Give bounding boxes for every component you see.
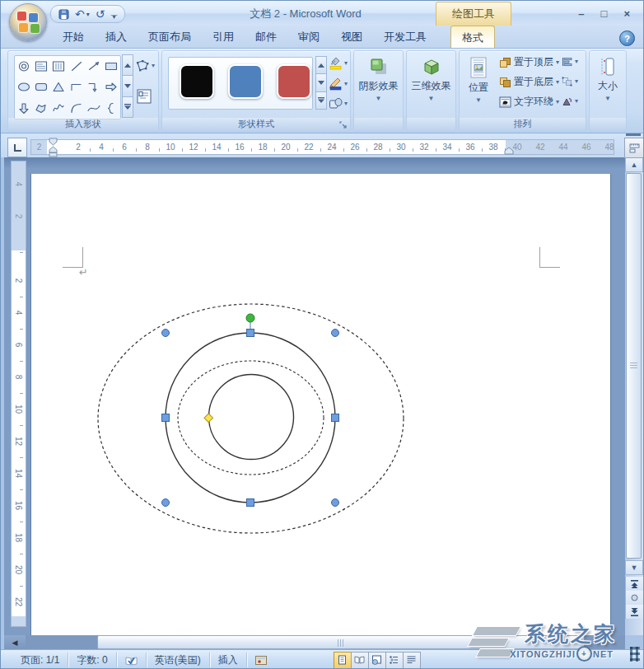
align-button[interactable]: ▾	[562, 57, 578, 67]
bring-to-front-button[interactable]: 置于顶层▾	[499, 55, 559, 69]
elbow-connector-icon[interactable]	[70, 81, 83, 93]
edit-shape-button[interactable]: ▾	[135, 59, 155, 73]
style-scroll-down-button[interactable]	[315, 73, 327, 91]
word-count[interactable]: 字数: 0	[68, 653, 116, 667]
help-button[interactable]: ?	[619, 30, 635, 46]
style-scroll-up-button[interactable]	[315, 56, 327, 74]
customize-qat-button[interactable]: —▾	[110, 11, 117, 18]
line-icon[interactable]	[70, 60, 83, 73]
oval-icon[interactable]	[17, 81, 30, 93]
right-indent-marker[interactable]	[504, 147, 514, 155]
rotate-button[interactable]: ▾	[562, 96, 578, 106]
scroll-down-button[interactable]: ▼	[625, 560, 643, 575]
scroll-left-button[interactable]: ◀	[4, 635, 26, 649]
shape-style-swatch[interactable]	[277, 64, 311, 99]
gallery-scroll-down-button[interactable]	[122, 75, 133, 96]
donut-outer-circle[interactable]	[166, 333, 335, 503]
web-layout-view-button[interactable]	[368, 652, 386, 669]
save-icon[interactable]	[58, 9, 69, 20]
resize-handle-nw[interactable]	[162, 330, 170, 337]
ribbon-tab[interactable]: 引用	[202, 26, 245, 48]
undo-dropdown-icon[interactable]: ▾	[86, 11, 90, 18]
arc-icon[interactable]	[70, 102, 83, 115]
full-screen-reading-view-button[interactable]	[351, 652, 369, 669]
donut-shape-icon[interactable]	[17, 60, 30, 73]
send-to-back-button[interactable]: 置于底层▾	[499, 75, 559, 89]
text-box-icon[interactable]	[35, 60, 48, 73]
adjust-handle[interactable]	[204, 414, 213, 423]
ribbon-tab[interactable]: 邮件	[245, 26, 287, 48]
triangle-icon[interactable]	[52, 81, 65, 93]
print-layout-view-button[interactable]	[334, 652, 352, 669]
horizontal-scrollbar[interactable]: ◀	[4, 635, 625, 649]
vertical-scroll-thumb[interactable]	[626, 173, 642, 559]
rotation-handle[interactable]	[246, 314, 254, 322]
ribbon-tab[interactable]: 格式	[450, 26, 495, 48]
resize-handle-e[interactable]	[332, 414, 339, 422]
rectangle-icon[interactable]	[105, 60, 118, 73]
donut-inner-circle[interactable]	[209, 375, 294, 460]
macro-recording-indicator[interactable]	[247, 653, 275, 667]
resize-handle-n[interactable]	[247, 330, 254, 337]
left-brace-icon[interactable]	[105, 102, 118, 115]
ribbon-tab[interactable]: 插入	[95, 26, 138, 48]
shape-style-swatch[interactable]	[228, 64, 263, 99]
insert-mode-indicator[interactable]: 插入	[210, 653, 247, 667]
resize-handle-sw[interactable]	[162, 499, 170, 507]
down-arrow-shape-icon[interactable]	[17, 102, 30, 115]
size-button[interactable]: 大小 ▼	[590, 51, 626, 118]
change-shape-button[interactable]: ▾	[329, 97, 348, 110]
previous-page-button[interactable]	[625, 577, 643, 591]
shape-fill-button[interactable]: ▾	[329, 56, 348, 70]
document-area[interactable]: ↵	[4, 157, 625, 635]
page-indicator[interactable]: 页面: 1/1	[12, 653, 68, 667]
resize-handle-se[interactable]	[332, 499, 339, 507]
shadow-effects-button[interactable]: 阴影效果 ▼	[354, 51, 403, 118]
draft-view-button[interactable]	[403, 652, 421, 669]
text-box-button[interactable]	[137, 89, 152, 104]
inner-dashed-oval[interactable]	[178, 361, 324, 475]
scribble-icon[interactable]	[52, 102, 65, 115]
style-more-button[interactable]	[315, 91, 327, 110]
vertical-text-box-icon[interactable]	[52, 60, 65, 73]
ribbon-tab[interactable]: 开发工具	[373, 26, 437, 48]
position-button[interactable]: 位置 ▼	[461, 51, 496, 118]
minimize-button[interactable]: –	[578, 7, 584, 20]
scroll-up-button[interactable]: ▲	[625, 157, 643, 172]
next-page-button[interactable]	[625, 605, 643, 619]
maximize-button[interactable]: □	[601, 7, 608, 20]
close-button[interactable]: ×	[623, 7, 630, 20]
outline-view-button[interactable]	[385, 652, 404, 669]
undo-icon[interactable]: ↶	[75, 8, 85, 20]
vertical-scrollbar[interactable]: ▲ ▼	[625, 157, 643, 635]
right-arrow-shape-icon[interactable]	[105, 81, 118, 93]
select-browse-object-button[interactable]	[625, 591, 643, 605]
threed-effects-button[interactable]: 三维效果 ▼	[407, 51, 455, 118]
gallery-more-button[interactable]	[122, 96, 133, 118]
ribbon-tab[interactable]: 审阅	[287, 26, 330, 48]
ribbon-tab[interactable]: 视图	[330, 26, 373, 48]
ribbon-tab[interactable]: 页面布局	[138, 26, 202, 48]
freeform-shape-icon[interactable]	[35, 102, 48, 115]
elbow-arrow-connector-icon[interactable]	[87, 81, 100, 93]
tab-stop-selector[interactable]	[7, 138, 27, 157]
resize-handle-w[interactable]	[162, 414, 170, 422]
proofing-status[interactable]	[117, 653, 147, 667]
resize-handle-ne[interactable]	[332, 330, 339, 337]
office-button[interactable]	[9, 3, 47, 41]
indent-markers[interactable]	[48, 138, 58, 157]
shape-style-swatch[interactable]	[180, 64, 214, 99]
gallery-scroll-up-button[interactable]	[122, 54, 133, 76]
arrow-icon[interactable]	[87, 60, 100, 73]
shape-styles-dialog-launcher-icon[interactable]	[339, 121, 348, 129]
resize-handle-s[interactable]	[247, 499, 254, 507]
horizontal-scroll-thumb[interactable]	[97, 635, 585, 649]
group-objects-button[interactable]: ▾	[562, 77, 578, 87]
split-handle[interactable]	[626, 133, 641, 136]
ribbon-tab[interactable]: 开始	[52, 26, 95, 48]
redo-icon[interactable]: ↺	[96, 8, 105, 20]
shape-outline-button[interactable]: ▾	[329, 77, 348, 91]
language-indicator[interactable]: 英语(美国)	[147, 653, 210, 667]
text-wrapping-button[interactable]: 文字环绕▾	[499, 95, 559, 109]
rounded-rectangle-icon[interactable]	[35, 81, 48, 93]
